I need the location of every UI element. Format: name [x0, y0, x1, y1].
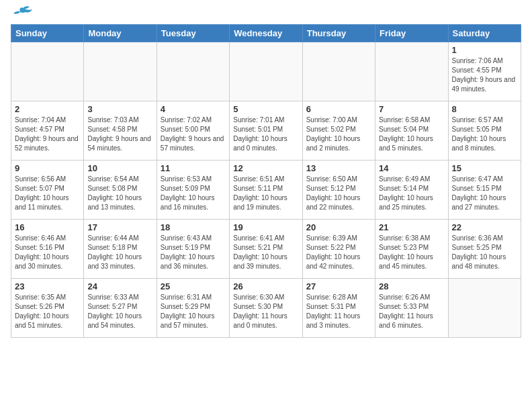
calendar-cell: 7Sunrise: 6:58 AM Sunset: 5:04 PM Daylig…: [375, 101, 448, 161]
calendar-cell: 15Sunrise: 6:47 AM Sunset: 5:15 PM Dayli…: [448, 161, 521, 220]
day-info: Sunrise: 6:53 AM Sunset: 5:09 PM Dayligh…: [161, 175, 226, 212]
calendar-cell: 22Sunrise: 6:36 AM Sunset: 5:25 PM Dayli…: [448, 220, 521, 279]
day-number: 18: [161, 222, 226, 232]
day-info: Sunrise: 6:58 AM Sunset: 5:04 PM Dayligh…: [379, 116, 444, 153]
page: SundayMondayTuesdayWednesdayThursdayFrid…: [0, 0, 532, 349]
calendar-cell: [84, 42, 157, 101]
day-info: Sunrise: 7:01 AM Sunset: 5:01 PM Dayligh…: [233, 116, 298, 153]
day-number: 16: [15, 222, 80, 232]
calendar-cell: 6Sunrise: 7:00 AM Sunset: 5:02 PM Daylig…: [302, 101, 375, 161]
calendar-cell: [302, 42, 375, 101]
calendar-cell: 18Sunrise: 6:43 AM Sunset: 5:19 PM Dayli…: [157, 220, 229, 279]
day-info: Sunrise: 7:02 AM Sunset: 5:00 PM Dayligh…: [161, 116, 226, 153]
calendar-cell: 3Sunrise: 7:03 AM Sunset: 4:58 PM Daylig…: [84, 101, 157, 161]
calendar-week-row: 2Sunrise: 7:04 AM Sunset: 4:57 PM Daylig…: [11, 101, 521, 161]
day-number: 19: [233, 222, 298, 232]
calendar-cell: 12Sunrise: 6:51 AM Sunset: 5:11 PM Dayli…: [230, 161, 302, 220]
calendar-cell: 27Sunrise: 6:28 AM Sunset: 5:31 PM Dayli…: [302, 279, 375, 338]
day-info: Sunrise: 7:04 AM Sunset: 4:57 PM Dayligh…: [15, 116, 80, 153]
day-info: Sunrise: 6:54 AM Sunset: 5:08 PM Dayligh…: [87, 175, 152, 212]
calendar-week-row: 9Sunrise: 6:56 AM Sunset: 5:07 PM Daylig…: [11, 161, 521, 220]
day-info: Sunrise: 6:51 AM Sunset: 5:11 PM Dayligh…: [233, 175, 298, 212]
day-number: 17: [87, 222, 152, 232]
day-number: 28: [379, 281, 444, 291]
day-number: 15: [452, 163, 517, 173]
day-number: 27: [306, 281, 371, 291]
day-info: Sunrise: 6:43 AM Sunset: 5:19 PM Dayligh…: [161, 234, 226, 271]
day-info: Sunrise: 6:49 AM Sunset: 5:14 PM Dayligh…: [379, 175, 444, 212]
day-number: 12: [233, 163, 298, 173]
day-number: 8: [452, 104, 517, 114]
calendar-cell: 21Sunrise: 6:38 AM Sunset: 5:23 PM Dayli…: [375, 220, 448, 279]
logo: [11, 11, 32, 17]
calendar-cell: 23Sunrise: 6:35 AM Sunset: 5:26 PM Dayli…: [11, 279, 84, 338]
calendar-cell: [448, 279, 521, 338]
day-info: Sunrise: 6:41 AM Sunset: 5:21 PM Dayligh…: [233, 234, 298, 271]
day-info: Sunrise: 6:36 AM Sunset: 5:25 PM Dayligh…: [452, 234, 517, 271]
day-number: 21: [379, 222, 444, 232]
weekday-header-thursday: Thursday: [302, 25, 375, 42]
calendar-cell: [11, 42, 84, 101]
weekday-header-row: SundayMondayTuesdayWednesdayThursdayFrid…: [11, 25, 521, 42]
day-number: 13: [306, 163, 371, 173]
day-number: 23: [15, 281, 80, 291]
calendar-cell: 17Sunrise: 6:44 AM Sunset: 5:18 PM Dayli…: [84, 220, 157, 279]
calendar-cell: 2Sunrise: 7:04 AM Sunset: 4:57 PM Daylig…: [11, 101, 84, 161]
day-info: Sunrise: 6:38 AM Sunset: 5:23 PM Dayligh…: [379, 234, 444, 271]
day-info: Sunrise: 7:03 AM Sunset: 4:58 PM Dayligh…: [87, 116, 152, 153]
day-number: 5: [233, 104, 298, 114]
day-number: 22: [452, 222, 517, 232]
day-number: 24: [87, 281, 152, 291]
day-info: Sunrise: 6:28 AM Sunset: 5:31 PM Dayligh…: [306, 293, 371, 330]
day-info: Sunrise: 6:31 AM Sunset: 5:29 PM Dayligh…: [161, 293, 226, 330]
day-info: Sunrise: 6:46 AM Sunset: 5:16 PM Dayligh…: [15, 234, 80, 271]
calendar-cell: 25Sunrise: 6:31 AM Sunset: 5:29 PM Dayli…: [157, 279, 229, 338]
calendar-cell: 13Sunrise: 6:50 AM Sunset: 5:12 PM Dayli…: [302, 161, 375, 220]
day-number: 4: [161, 104, 226, 114]
day-info: Sunrise: 6:33 AM Sunset: 5:27 PM Dayligh…: [87, 293, 152, 330]
day-info: Sunrise: 6:44 AM Sunset: 5:18 PM Dayligh…: [87, 234, 152, 271]
calendar-cell: 24Sunrise: 6:33 AM Sunset: 5:27 PM Dayli…: [84, 279, 157, 338]
calendar-cell: 10Sunrise: 6:54 AM Sunset: 5:08 PM Dayli…: [84, 161, 157, 220]
day-info: Sunrise: 6:26 AM Sunset: 5:33 PM Dayligh…: [379, 293, 444, 330]
day-number: 20: [306, 222, 371, 232]
calendar-cell: 1Sunrise: 7:06 AM Sunset: 4:55 PM Daylig…: [448, 42, 521, 101]
day-info: Sunrise: 6:56 AM Sunset: 5:07 PM Dayligh…: [15, 175, 80, 212]
day-number: 10: [87, 163, 152, 173]
calendar-cell: [157, 42, 229, 101]
calendar-cell: 20Sunrise: 6:39 AM Sunset: 5:22 PM Dayli…: [302, 220, 375, 279]
calendar-cell: 19Sunrise: 6:41 AM Sunset: 5:21 PM Dayli…: [230, 220, 302, 279]
calendar-cell: 5Sunrise: 7:01 AM Sunset: 5:01 PM Daylig…: [230, 101, 302, 161]
calendar-week-row: 1Sunrise: 7:06 AM Sunset: 4:55 PM Daylig…: [11, 42, 521, 101]
calendar-week-row: 23Sunrise: 6:35 AM Sunset: 5:26 PM Dayli…: [11, 279, 521, 338]
weekday-header-sunday: Sunday: [11, 25, 84, 42]
day-number: 25: [161, 281, 226, 291]
calendar-cell: 8Sunrise: 6:57 AM Sunset: 5:05 PM Daylig…: [448, 101, 521, 161]
day-number: 3: [87, 104, 152, 114]
day-info: Sunrise: 6:35 AM Sunset: 5:26 PM Dayligh…: [15, 293, 80, 330]
calendar-cell: 4Sunrise: 7:02 AM Sunset: 5:00 PM Daylig…: [157, 101, 229, 161]
day-info: Sunrise: 6:30 AM Sunset: 5:30 PM Dayligh…: [233, 293, 298, 330]
day-number: 2: [15, 104, 80, 114]
calendar-cell: [230, 42, 302, 101]
weekday-header-monday: Monday: [84, 25, 157, 42]
day-info: Sunrise: 6:47 AM Sunset: 5:15 PM Dayligh…: [452, 175, 517, 212]
calendar-cell: 11Sunrise: 6:53 AM Sunset: 5:09 PM Dayli…: [157, 161, 229, 220]
weekday-header-friday: Friday: [375, 25, 448, 42]
day-number: 14: [379, 163, 444, 173]
calendar-cell: 14Sunrise: 6:49 AM Sunset: 5:14 PM Dayli…: [375, 161, 448, 220]
day-number: 9: [15, 163, 80, 173]
day-number: 7: [379, 104, 444, 114]
calendar-cell: 9Sunrise: 6:56 AM Sunset: 5:07 PM Daylig…: [11, 161, 84, 220]
header: [11, 11, 521, 17]
calendar-cell: 16Sunrise: 6:46 AM Sunset: 5:16 PM Dayli…: [11, 220, 84, 279]
day-number: 26: [233, 281, 298, 291]
day-info: Sunrise: 6:39 AM Sunset: 5:22 PM Dayligh…: [306, 234, 371, 271]
calendar-cell: [375, 42, 448, 101]
day-number: 11: [161, 163, 226, 173]
weekday-header-wednesday: Wednesday: [230, 25, 302, 42]
day-number: 1: [452, 45, 517, 55]
day-info: Sunrise: 6:57 AM Sunset: 5:05 PM Dayligh…: [452, 116, 517, 153]
calendar-cell: 28Sunrise: 6:26 AM Sunset: 5:33 PM Dayli…: [375, 279, 448, 338]
weekday-header-tuesday: Tuesday: [157, 25, 229, 42]
